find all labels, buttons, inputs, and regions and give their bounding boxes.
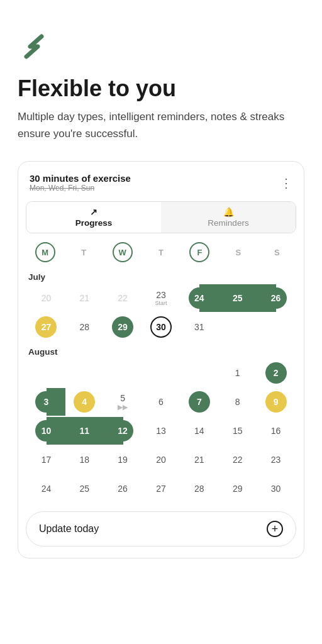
july-label: July <box>27 269 295 284</box>
weekday-thursday[interactable]: T <box>151 242 171 262</box>
table-row: 4 <box>65 388 104 416</box>
table-row: 23 <box>257 446 295 474</box>
card-tabs: ↗ Progress 🔔 Reminders <box>26 201 296 233</box>
table-row: 11 <box>65 417 104 445</box>
table-row: 26 <box>104 475 142 502</box>
table-row: 29 <box>218 475 257 502</box>
weekday-friday[interactable]: F <box>189 242 209 262</box>
table-row: 14 <box>180 417 218 445</box>
header-section: Flexible to you Multiple day types, inte… <box>0 0 322 155</box>
table-row: 21 <box>65 284 104 312</box>
table-row: 17 <box>27 446 65 474</box>
table-row <box>142 359 180 387</box>
table-row <box>257 313 295 341</box>
august-label: August <box>27 343 295 359</box>
table-row: 15 <box>218 417 257 445</box>
update-today-button[interactable]: Update today + <box>26 511 296 547</box>
table-row: 22 <box>218 446 257 474</box>
table-row: 28 <box>65 313 104 341</box>
habit-card: 30 minutes of exercise Mon, Wed, Fri, Su… <box>18 161 304 558</box>
table-row: 31 <box>180 313 218 341</box>
progress-icon: ↗ <box>90 207 97 217</box>
table-row: 20 <box>142 446 180 474</box>
app-logo <box>18 30 50 63</box>
table-row: 18 <box>65 446 104 474</box>
table-row <box>104 359 142 387</box>
table-row: 21 <box>180 446 218 474</box>
weekday-wednesday[interactable]: W <box>113 242 133 262</box>
update-today-label: Update today <box>39 523 99 535</box>
august-grid: 1 2 3 4 5 ▶▶ 6 7 8 9 10 <box>27 359 295 502</box>
table-row: 28 <box>180 475 218 502</box>
card-title-group: 30 minutes of exercise Mon, Wed, Fri, Su… <box>30 173 131 192</box>
table-row <box>65 359 104 387</box>
page-headline: Flexible to you <box>18 75 304 101</box>
july-section: July 20 21 22 23 Start 24 25 26 <box>18 266 304 341</box>
plus-icon: + <box>267 521 283 537</box>
habit-title: 30 minutes of exercise <box>30 173 131 184</box>
table-row: 22 <box>104 284 142 312</box>
table-row: 16 <box>257 417 295 445</box>
weekday-monday[interactable]: M <box>35 242 55 262</box>
tab-reminders[interactable]: 🔔 Reminders <box>161 202 296 233</box>
table-row: 3 <box>27 388 65 416</box>
table-row: 27 <box>27 313 65 341</box>
table-row: 20 <box>27 284 65 312</box>
weekday-selector: M T W T F S S <box>18 240 304 266</box>
table-row <box>27 359 65 387</box>
table-row: 1 <box>218 359 257 387</box>
page-subheadline: Multiple day types, intelligent reminder… <box>18 109 304 142</box>
table-row: 13 <box>142 417 180 445</box>
table-row: 9 <box>257 388 295 416</box>
card-header: 30 minutes of exercise Mon, Wed, Fri, Su… <box>18 162 304 196</box>
habit-schedule: Mon, Wed, Fri, Sun <box>30 184 131 192</box>
table-row <box>218 313 257 341</box>
august-section: August 1 2 3 4 5 ▶▶ 6 <box>18 341 304 502</box>
table-row: 8 <box>218 388 257 416</box>
table-row: 12 <box>104 417 142 445</box>
weekday-sunday[interactable]: S <box>267 242 287 262</box>
table-row: 23 Start <box>142 284 180 312</box>
table-row: 26 <box>257 284 295 312</box>
weekday-tuesday[interactable]: T <box>74 242 94 262</box>
tab-progress[interactable]: ↗ Progress <box>26 202 161 233</box>
table-row: 29 <box>104 313 142 341</box>
july-grid: 20 21 22 23 Start 24 25 26 27 28 <box>27 284 295 341</box>
table-row: 25 <box>65 475 104 502</box>
table-row: 30 <box>142 313 180 341</box>
weekday-saturday[interactable]: S <box>228 242 248 262</box>
table-row: 19 <box>104 446 142 474</box>
table-row: 5 ▶▶ <box>104 388 142 416</box>
table-row: 24 <box>180 284 218 312</box>
table-row: 2 <box>257 359 295 387</box>
table-row: 6 <box>142 388 180 416</box>
more-options-button[interactable]: ⋮ <box>280 175 292 191</box>
table-row: 7 <box>180 388 218 416</box>
bell-icon: 🔔 <box>223 207 234 217</box>
table-row: 30 <box>257 475 295 502</box>
table-row <box>180 359 218 387</box>
table-row: 27 <box>142 475 180 502</box>
table-row: 25 <box>218 284 257 312</box>
table-row: 10 <box>27 417 65 445</box>
table-row: 24 <box>27 475 65 502</box>
